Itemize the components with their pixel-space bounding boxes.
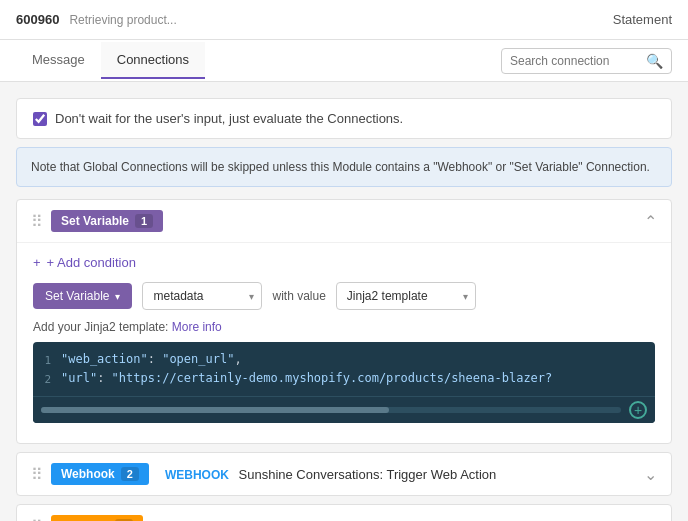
top-bar-left: 600960 Retrieving product... [16,12,177,27]
fallback-header-left: ⠿ Fallback 3 GO TO 600966 Trigger page c… [31,515,373,521]
webhook-link[interactable]: WEBHOOK [165,468,229,482]
code-editor-inner: 1 "web_action": "open_url", 2 "url": "ht… [33,342,655,396]
tab-message[interactable]: Message [16,42,101,79]
add-condition-icon: + [33,255,41,270]
top-bar: 600960 Retrieving product... Statement [0,0,688,40]
variable-row: Set Variable ▾ metadata ▾ with value Jin… [33,282,655,310]
variable-select[interactable]: metadata [142,282,262,310]
line-code-1: "web_action": "open_url", [61,352,242,367]
webhook-chevron[interactable]: ⌄ [644,465,657,484]
info-box: Note that Global Connections will be ski… [16,147,672,187]
webhook-header-left: ⠿ Webhook 2 WEBHOOK Sunshine Conversatio… [31,463,496,485]
value-select[interactable]: Jinja2 template [336,282,476,310]
set-variable-dropdown-arrow: ▾ [115,291,120,302]
evaluate-checkbox-label: Don't wait for the user's input, just ev… [55,111,403,126]
page-id: 600960 [16,12,59,27]
drag-handle[interactable]: ⠿ [31,212,43,231]
webhook-header[interactable]: ⠿ Webhook 2 WEBHOOK Sunshine Conversatio… [17,453,671,495]
page-status: Retrieving product... [69,13,176,27]
code-str-1: "web_action" [61,352,148,366]
fallback-header[interactable]: ⠿ Fallback 3 GO TO 600966 Trigger page c… [17,505,671,521]
webhook-tag: Webhook 2 [51,463,149,485]
set-variable-chevron[interactable]: ⌃ [644,212,657,231]
set-variable-header-left: ⠿ Set Variable 1 [31,210,163,232]
tabs-row: Message Connections 🔍 [0,40,688,82]
with-value-label: with value [272,289,325,303]
add-condition-label: + Add condition [45,255,136,270]
set-variable-button[interactable]: Set Variable ▾ [33,283,132,309]
set-variable-body: + + Add condition Set Variable ▾ metadat… [17,242,671,443]
fallback-tag: Fallback 3 [51,515,143,521]
webhook-section: ⠿ Webhook 2 WEBHOOK Sunshine Conversatio… [16,452,672,496]
scrollbar-thumb [41,407,389,413]
expand-button[interactable]: + [629,401,647,419]
webhook-grid-icon: ⠿ [31,465,43,484]
template-info: Add your Jinja2 template: More info [33,320,655,334]
line-code-2: "url": "https://certainly-demo.myshopify… [61,371,552,386]
set-variable-tag-label: Set Variable [61,214,129,228]
webhook-tag-label: Webhook [61,467,115,481]
value-select-wrapper: Jinja2 template ▾ [336,282,476,310]
search-input[interactable] [510,54,640,68]
set-variable-tag: Set Variable 1 [51,210,163,232]
add-condition-button[interactable]: + + Add condition [33,255,655,270]
top-bar-right-label: Statement [613,12,672,27]
code-str-2: "open_url" [162,352,234,366]
line-num-2: 2 [33,371,61,386]
line-num-1: 1 [33,352,61,367]
set-variable-tag-number: 1 [135,214,153,228]
template-info-prefix: Add your Jinja2 template: [33,320,168,334]
fallback-drag-handle[interactable]: ⠿ [31,517,43,522]
webhook-description: WEBHOOK Sunshine Conversations: Trigger … [165,467,496,482]
search-box[interactable]: 🔍 [501,48,672,74]
editor-footer: + [33,396,655,423]
grid-icon: ⠿ [31,212,43,231]
fallback-section: ⠿ Fallback 3 GO TO 600966 Trigger page c… [16,504,672,521]
webhook-tag-number: 2 [121,467,139,481]
variable-select-wrapper: metadata ▾ [142,282,262,310]
code-line-1: 1 "web_action": "open_url", [33,350,655,369]
scrollbar-track[interactable] [41,407,621,413]
code-editor[interactable]: 1 "web_action": "open_url", 2 "url": "ht… [33,342,655,423]
evaluate-checkbox-row: Don't wait for the user's input, just ev… [16,98,672,139]
code-line-2: 2 "url": "https://certainly-demo.myshopi… [33,369,655,388]
set-variable-header[interactable]: ⠿ Set Variable 1 ⌃ [17,200,671,242]
code-str-3: "url" [61,371,97,385]
code-str-4: "https://certainly-demo.myshopify.com/pr… [112,371,553,385]
fallback-chevron[interactable]: ⌄ [644,517,657,522]
evaluate-checkbox[interactable] [33,112,47,126]
main-content: Don't wait for the user's input, just ev… [0,82,688,521]
webhook-desc-text: Sunshine Conversations: Trigger Web Acti… [239,467,497,482]
tab-connections[interactable]: Connections [101,42,205,79]
webhook-drag-handle[interactable]: ⠿ [31,465,43,484]
set-variable-section: ⠿ Set Variable 1 ⌃ + + Add condition Set… [16,199,672,444]
info-box-text: Note that Global Connections will be ski… [31,160,650,174]
tabs: Message Connections [16,42,205,79]
set-variable-button-label: Set Variable [45,289,109,303]
fallback-grid-icon: ⠿ [31,517,43,522]
more-info-link[interactable]: More info [172,320,222,334]
search-icon: 🔍 [646,53,663,69]
